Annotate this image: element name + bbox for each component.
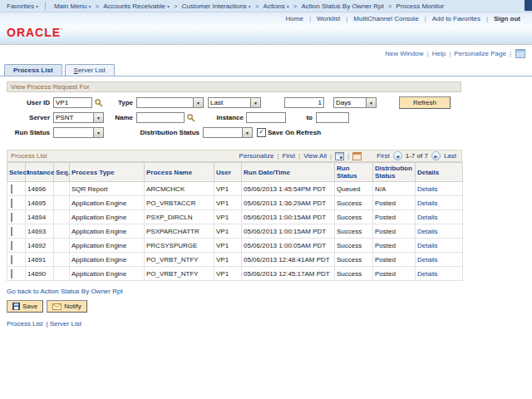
tab-server-list[interactable]: Server List [65,64,115,76]
column-header-user[interactable]: User [214,163,242,182]
instance-to-input[interactable] [316,112,349,123]
details-link[interactable]: Details [417,228,437,235]
breadcrumb-item-accounts-receivable[interactable]: Accounts Receivable▾ [103,2,170,10]
utility-link-new-window[interactable]: New Window [385,50,424,57]
cell-distribution-status: Posted [373,196,416,210]
save-on-refresh-checkbox[interactable]: ✓ [257,128,266,137]
download-grid-icon[interactable] [335,152,344,160]
page-link-server-list[interactable]: Server List [50,320,81,328]
cell-distribution-status: Posted [373,210,416,224]
page-links: Process List|Server List [7,320,532,328]
grid-toolbar: Personalize|Find|View All|| [238,152,364,160]
oracle-logo: ORACLE' [7,26,63,39]
column-header-select[interactable]: Select [7,163,26,182]
main-content: View Process Request For User ID Type ▼ … [0,76,532,328]
dropdown-arrow-icon[interactable]: ▼ [193,98,203,107]
next-page-icon[interactable]: ▶ [431,151,441,160]
toolbar-separator: | [298,152,300,160]
column-header-process-name[interactable]: Process Name [145,163,214,182]
cell-select [7,253,26,267]
page-link-process-list[interactable]: Process List [7,320,43,328]
details-link[interactable]: Details [417,185,437,193]
breadcrumb-item-actions[interactable]: Actions▾ [264,2,289,10]
toolbar-link-find[interactable]: Find [283,152,296,160]
utility-link-personalize-page[interactable]: Personalize Page [454,50,506,57]
run-status-select[interactable]: ▼ [53,127,104,138]
column-header-details[interactable]: Details [416,163,463,182]
details-link[interactable]: Details [417,242,437,249]
zoom-grid-icon[interactable] [352,152,362,160]
cell-process-name: ARCMCHCK [145,182,214,196]
column-header-seq[interactable]: Seq. [54,163,70,182]
envelope-icon [52,303,62,310]
personalize-layout-icon[interactable] [515,49,525,58]
cell-select [7,224,26,239]
table-row: 14691Application EnginePO_VRBT_NTFYVP105… [7,253,463,267]
dropdown-arrow-icon[interactable]: ▼ [366,98,376,107]
toolbar-link-view-all[interactable]: View All [303,152,327,160]
select-checkbox[interactable] [11,255,12,264]
column-header-process-type[interactable]: Process Type [70,163,145,182]
header-link-multichannel-console[interactable]: MultiChannel Console [353,15,418,22]
tab-process-list[interactable]: Process List [4,64,62,76]
save-on-refresh-label: Save On Refresh [268,127,342,138]
header-link-sign-out[interactable]: Sign out [494,15,520,22]
column-header-run-status[interactable]: Run Status [335,163,373,182]
breadcrumb-item-customer-interactions[interactable]: Customer Interactions▾ [182,2,251,10]
unit-select[interactable]: Days▼ [333,97,377,108]
grid-title: Process List [11,152,47,160]
instance-input[interactable] [246,112,286,123]
last-count-input[interactable] [284,97,324,108]
select-checkbox[interactable] [11,185,12,194]
select-checkbox[interactable] [11,199,12,208]
cell-user: VP1 [214,267,242,281]
cell-run-datetime: 05/06/2013 1:00:15AM PDT [242,224,335,239]
dropdown-arrow-icon[interactable]: ▼ [250,98,260,107]
dropdown-arrow-icon[interactable]: ▼ [93,128,103,137]
name-input[interactable] [136,112,185,123]
go-back-link[interactable]: Go back to Action Status By Owner Rpt [7,288,123,295]
notify-button[interactable]: Notify [47,300,86,313]
first-link[interactable]: First [377,152,390,160]
favorites-menu[interactable]: Favorites▾ [7,2,38,10]
last-select[interactable]: Last▼ [208,97,261,108]
row-range: 1-7 of 7 [406,152,428,160]
refresh-button[interactable]: Refresh [399,96,451,109]
column-header-run-date-time[interactable]: Run Date/Time [242,163,335,182]
user-id-input[interactable] [53,97,92,108]
dropdown-arrow-icon[interactable]: ▼ [242,128,252,137]
header-link-add-to-favorites[interactable]: Add to Favorites [432,15,480,22]
cell-select [7,239,26,253]
process-table: SelectInstanceSeq.Process TypeProcess Na… [7,162,463,281]
column-header-instance[interactable]: Instance [26,163,54,182]
breadcrumb-item-main-menu[interactable]: Main Menu▾ [54,2,91,10]
select-checkbox[interactable] [11,269,12,278]
select-checkbox[interactable] [11,213,12,222]
breadcrumb-item-process-monitor[interactable]: Process Monitor [396,2,444,10]
select-checkbox[interactable] [11,241,12,250]
details-link[interactable]: Details [417,214,437,221]
last-link[interactable]: Last [444,152,456,160]
header-link-worklist[interactable]: Worklist [317,15,340,22]
name-lookup-icon[interactable] [187,114,195,122]
save-button[interactable]: Save [7,300,43,313]
header-link-home[interactable]: Home [286,15,303,22]
breadcrumb-divider [45,2,46,10]
cell-run-status: Success [335,239,373,253]
select-checkbox[interactable] [11,227,12,236]
cell-seq [54,253,70,267]
details-link[interactable]: Details [417,200,437,207]
column-header-distribution-status[interactable]: Distribution Status [373,163,416,182]
save-button-label: Save [22,303,37,310]
details-link[interactable]: Details [417,270,437,278]
tab-label: Process List [13,66,53,74]
toolbar-link-personalize[interactable]: Personalize [239,152,274,160]
distribution-status-select[interactable]: ▼ [203,127,253,138]
utility-link-help[interactable]: Help [432,50,446,57]
breadcrumb-item-action-status-by-owner-rpt[interactable]: Action Status By Owner Rpt [301,2,383,10]
cell-run-datetime: 05/06/2013 12:45:17AM PDT [242,267,335,281]
server-select[interactable]: PSNT▼ [53,112,104,123]
previous-page-icon[interactable]: ◀ [393,151,402,160]
type-select[interactable]: ▼ [136,97,204,108]
details-link[interactable]: Details [417,256,437,264]
